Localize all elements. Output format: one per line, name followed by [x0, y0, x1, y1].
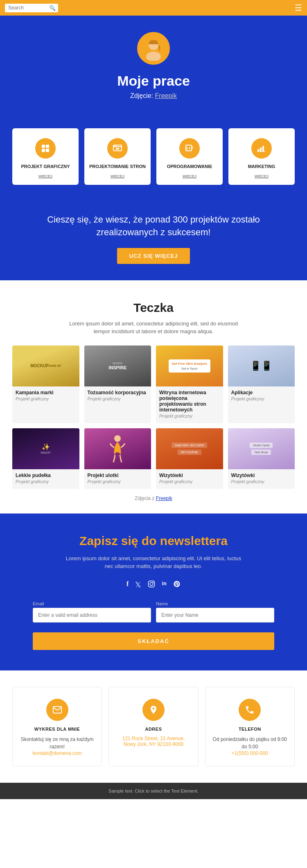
svg-point-18	[114, 435, 121, 442]
svg-rect-16	[262, 146, 264, 152]
portfolio-type-7: Projekt graficzny	[231, 479, 292, 484]
cta-text: Cieszę się, że wiesz, że ponad 300 proje…	[33, 214, 274, 239]
cta-section: Cieszę się, że wiesz, że ponad 300 proje…	[0, 201, 307, 280]
portfolio-section: Teczka Lorem ipsum dolor sit amet, conse…	[0, 280, 307, 514]
pinterest-link[interactable]	[173, 580, 181, 590]
newsletter-form: Email Name	[33, 601, 274, 623]
portfolio-name-4: Lekkie pudełka	[16, 473, 76, 478]
name-input[interactable]	[156, 608, 274, 623]
portfolio-item-6[interactable]: Adam Bell • BIZ CARD NR COURSE Wizytówki…	[156, 428, 223, 489]
portfolio-thumb-4: ✨ NIGHT	[12, 428, 79, 469]
portfolio-description: Lorem ipsum dolor sit amet, consectetur …	[68, 320, 239, 336]
portfolio-thumb-3: 📱📱	[228, 345, 295, 386]
service-card-1: PROJEKT GRAFICZNY WIECEJ	[12, 128, 79, 185]
contact-section: WYKRES DLA MNIE Skontaktuj się ze mną za…	[0, 670, 307, 783]
portfolio-item-2[interactable]: Get Free SEO Analysis Get in Touch Witry…	[156, 345, 223, 423]
portfolio-item-0[interactable]: MOCKUPSAVE UP Kampania marki Projekt gra…	[12, 345, 79, 423]
portfolio-thumb-2: Get Free SEO Analysis Get in Touch	[156, 345, 223, 386]
service-more-3[interactable]: WIECEJ	[183, 174, 196, 178]
portfolio-type-4: Projekt graficzny	[16, 479, 76, 484]
portfolio-credits-link[interactable]: Freepik	[156, 495, 172, 501]
footer: Sample text. Click to select the Text El…	[0, 783, 307, 799]
service-card-4: MARKETING WIECEJ	[228, 128, 295, 185]
contact-title-phone: TELEFON	[212, 727, 288, 732]
contact-title-address: ADRES	[115, 727, 191, 732]
portfolio-name-3: Aplikacje	[231, 390, 292, 395]
contact-phone-link[interactable]: +1(555) 000-000	[212, 750, 288, 756]
cta-button[interactable]: UCZ SIĘ WIĘCEJ	[117, 248, 190, 264]
hero-subtitle: Zdjęcie: Freepik	[8, 92, 299, 100]
twitter-link[interactable]: 𝕏	[135, 580, 141, 590]
portfolio-item-1[interactable]: WORK INSPIRE Tożsamość korporacyjna Proj…	[84, 345, 151, 423]
email-group: Email	[33, 601, 151, 623]
portfolio-item-3[interactable]: 📱📱 Aplikacje Projekt graficzny	[228, 345, 295, 423]
search-box[interactable]: 🔍	[5, 4, 58, 12]
portfolio-type-0: Projekt graficzny	[16, 396, 76, 401]
web-design-icon	[107, 138, 128, 159]
svg-point-20	[150, 582, 154, 586]
freepik-link[interactable]: Freepik	[155, 92, 177, 99]
address-icon	[142, 699, 165, 721]
services-section: PROJEKT GRAFICZNY WIECEJ PROJEKTOWANIE S…	[0, 120, 307, 201]
service-title-4: MARKETING	[248, 164, 275, 169]
svg-rect-10	[116, 148, 119, 150]
search-input[interactable]	[8, 5, 49, 11]
portfolio-type-2: Projekt graficzny	[159, 414, 220, 418]
email-label: Email	[33, 601, 151, 606]
footer-text: Sample text. Click to select the Text El…	[108, 788, 199, 793]
portfolio-title: Teczka	[12, 301, 295, 315]
hero-section: Moje prace Zdjęcie: Freepik	[0, 16, 307, 120]
service-more-4[interactable]: WIECEJ	[255, 174, 269, 178]
linkedin-link[interactable]: in	[162, 580, 167, 590]
portfolio-type-6: Projekt graficzny	[159, 479, 220, 484]
portfolio-thumb-7: Studio Cards Nok Show	[228, 428, 295, 469]
portfolio-name-5: Projekt ulotki	[88, 473, 148, 478]
newsletter-description: Lorem ipsum dolor sit amet, consectetur …	[63, 554, 244, 570]
contact-card-email: WYKRES DLA MNIE Skontaktuj się ze mną za…	[12, 687, 102, 766]
contact-address-link[interactable]: 121 Rock Street, 21 Avenue, Nowy Jork, N…	[115, 736, 191, 747]
svg-point-9	[115, 145, 116, 146]
marketing-icon	[251, 138, 272, 159]
svg-point-1	[146, 52, 161, 61]
submit-button[interactable]: SKŁADAĆ	[33, 632, 274, 650]
service-title-1: PROJEKT GRAFICZNY	[21, 164, 70, 169]
portfolio-name-2: Witryna internetowa poświęcona projektow…	[159, 390, 220, 413]
social-icons-row: f 𝕏 in	[33, 580, 274, 590]
portfolio-type-3: Projekt graficzny	[231, 396, 292, 401]
contact-text-email: Skontaktuj się ze mną za każdym razem!	[19, 736, 95, 750]
portfolio-item-5[interactable]: Projekt ulotki Projekt graficzny	[84, 428, 151, 489]
service-more-2[interactable]: WIECEJ	[111, 174, 124, 178]
contact-email-link[interactable]: kontakt@domena.com	[19, 750, 95, 756]
hamburger-icon[interactable]: ☰	[295, 3, 302, 13]
facebook-link[interactable]: f	[126, 580, 129, 590]
graphic-design-icon	[35, 138, 56, 159]
contact-text-phone: Od poniedziałku do piątku od 8:00 do 5:0…	[212, 736, 288, 750]
contact-title-email: WYKRES DLA MNIE	[19, 727, 95, 732]
portfolio-thumb-1: WORK INSPIRE	[84, 345, 151, 386]
portfolio-name-6: Wizytówki	[159, 473, 220, 478]
services-grid: PROJEKT GRAFICZNY WIECEJ PROJEKTOWANIE S…	[12, 128, 295, 185]
svg-rect-2	[42, 145, 45, 148]
instagram-link[interactable]	[148, 580, 155, 590]
email-input[interactable]	[33, 608, 151, 623]
service-card-3: OPROGRAMOWANIE WIECEJ	[156, 128, 223, 185]
svg-rect-19	[149, 581, 155, 587]
svg-rect-15	[260, 148, 262, 152]
portfolio-type-5: Projekt graficzny	[88, 479, 148, 484]
email-icon	[46, 699, 68, 721]
portfolio-credits: Zdjęcia z Freepik	[12, 495, 295, 501]
svg-rect-14	[257, 149, 259, 152]
portfolio-item-7[interactable]: Studio Cards Nok Show Wizytówki Projekt …	[228, 428, 295, 489]
hero-title: Moje prace	[8, 73, 299, 89]
portfolio-item-4[interactable]: ✨ NIGHT Lekkie pudełka Projekt graficzny	[12, 428, 79, 489]
svg-point-8	[114, 145, 115, 146]
newsletter-title: Zapisz się do newslettera	[33, 534, 274, 548]
portfolio-name-1: Tożsamość korporacyjna	[88, 390, 148, 395]
contact-card-phone: TELEFON Od poniedziałku do piątku od 8:0…	[205, 687, 295, 766]
svg-point-21	[153, 582, 154, 583]
service-title-2: PROJEKTOWANIE STRON	[89, 164, 146, 169]
portfolio-name-0: Kampania marki	[16, 390, 76, 395]
svg-rect-3	[46, 145, 49, 148]
service-more-1[interactable]: WIECEJ	[38, 174, 52, 178]
portfolio-grid-top: MOCKUPSAVE UP Kampania marki Projekt gra…	[12, 345, 295, 489]
